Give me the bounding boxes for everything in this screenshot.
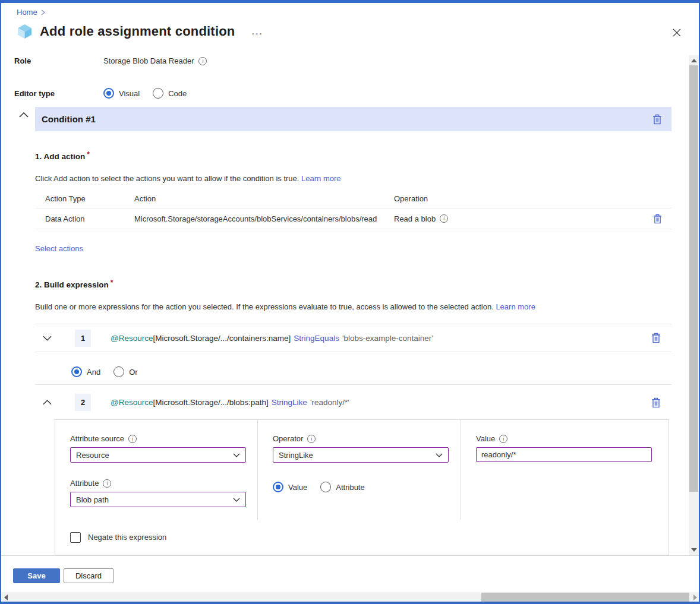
build-expression-description: Build one or more expressions for the ac… [35, 302, 535, 311]
expression-row-1: 1 @Resource[Microsoft.Storage/.../contai… [35, 324, 671, 352]
expression-operator: StringLike [272, 398, 307, 407]
radio-label: Or [129, 368, 137, 377]
editor-type-visual-radio[interactable]: Visual [103, 88, 140, 99]
condition-collapse-chevron-up-icon[interactable] [19, 110, 29, 119]
logic-operator-row: And Or [35, 359, 671, 385]
build-expression-heading: 2. Build expression* [35, 280, 113, 289]
expression-value: 'readonly/*' [310, 398, 349, 407]
chevron-down-icon [233, 498, 240, 502]
operation-cell: Read a blob [394, 214, 436, 223]
operator-dropdown[interactable]: StringLike [273, 447, 449, 463]
attribute-source-info-icon[interactable] [128, 435, 137, 443]
radio-label: Value [288, 483, 307, 492]
expression-row-2: 2 @Resource[Microsoft.Storage/.../blobs:… [35, 388, 671, 416]
add-action-heading: 1. Add action* [35, 152, 90, 161]
operator-mode-value-radio[interactable]: Value [273, 482, 307, 492]
attribute-label: Attribute [70, 479, 99, 488]
footer-bar: Save Discard [1, 555, 699, 602]
action-type-cell: Data Action [45, 214, 134, 223]
delete-expression-1-trash-icon[interactable] [650, 331, 662, 344]
add-action-learn-more-link[interactable]: Learn more [301, 174, 340, 183]
more-options-button[interactable]: ... [252, 26, 263, 37]
expression-1-summary: @Resource[Microsoft.Storage/.../containe… [111, 334, 433, 343]
editor-type-radio-group: Visual Code [103, 88, 187, 99]
discard-button[interactable]: Discard [64, 568, 113, 583]
add-role-assignment-condition-page: Home Add role assignment condition ... R… [0, 0, 700, 604]
col-header-action: Action [134, 194, 394, 203]
required-marker: * [111, 279, 113, 287]
vertical-scrollbar[interactable] [689, 55, 699, 555]
radio-label: Visual [119, 89, 140, 98]
expression-value: 'blobs-example-container' [342, 334, 433, 343]
build-expression-learn-more-link[interactable]: Learn more [496, 302, 535, 311]
role-row: Role Storage Blob Data Reader [14, 56, 207, 65]
expression-1-index-badge: 1 [75, 330, 91, 347]
breadcrumb: Home [17, 8, 46, 17]
action-cell: Microsoft.Storage/storageAccounts/blobSe… [134, 214, 394, 223]
expression-1-expand-chevron-down-icon[interactable] [42, 334, 53, 342]
dropdown-value: Resource [76, 451, 109, 460]
radio-label: And [87, 368, 100, 377]
scroll-right-arrow-icon[interactable] [693, 594, 697, 600]
expression-source: @Resource [111, 398, 153, 407]
logic-and-radio[interactable]: And [71, 366, 100, 377]
editor-type-label: Editor type [14, 89, 103, 98]
value-input[interactable] [476, 447, 652, 462]
breadcrumb-chevron-right-icon [41, 10, 46, 15]
expression-operator: StringEquals [294, 334, 339, 343]
scroll-left-arrow-icon[interactable] [4, 594, 8, 600]
select-actions-link[interactable]: Select actions [35, 244, 83, 253]
breadcrumb-home-link[interactable]: Home [17, 8, 37, 17]
dropdown-value: Blob path [76, 495, 109, 504]
operator-info-icon[interactable] [307, 435, 316, 443]
expression-source: @Resource [111, 334, 153, 343]
chevron-down-icon [233, 453, 240, 457]
condition-header[interactable]: Condition #1 [35, 107, 671, 131]
expression-2-summary: @Resource[Microsoft.Storage/.../blobs:pa… [111, 398, 349, 407]
horizontal-scrollbar[interactable] [1, 592, 699, 602]
delete-action-trash-icon[interactable] [652, 213, 663, 225]
role-value: Storage Blob Data Reader [103, 56, 194, 65]
resource-cube-icon [17, 23, 33, 39]
attribute-source-label: Attribute source [70, 434, 124, 443]
action-table-header: Action Type Action Operation [35, 189, 671, 208]
expression-path: [Microsoft.Storage/.../containers:name] [153, 334, 291, 343]
radio-selected-icon [71, 366, 82, 377]
action-table: Action Type Action Operation Data Action… [35, 189, 671, 229]
negate-expression-checkbox[interactable] [70, 532, 81, 543]
value-info-icon[interactable] [499, 435, 507, 443]
radio-label: Code [168, 89, 187, 98]
role-info-icon[interactable] [198, 57, 207, 65]
editor-type-code-radio[interactable]: Code [153, 88, 187, 99]
expression-editor-panel: Attribute source Resource Attribute Blob… [55, 419, 669, 520]
attribute-source-dropdown[interactable]: Resource [70, 447, 246, 463]
radio-selected-icon [273, 482, 283, 492]
add-action-description: Click Add action to select the actions y… [35, 174, 341, 183]
value-label: Value [476, 434, 495, 443]
expression-2-collapse-chevron-up-icon[interactable] [42, 399, 53, 406]
operator-mode-attribute-radio[interactable]: Attribute [320, 482, 364, 492]
radio-unselected-icon [113, 366, 124, 377]
role-label: Role [14, 56, 103, 65]
expression-2-index-badge: 2 [75, 394, 91, 411]
attribute-dropdown[interactable]: Blob path [70, 492, 246, 507]
scroll-up-arrow-icon[interactable] [691, 59, 697, 62]
radio-unselected-icon [153, 88, 163, 99]
page-header: Add role assignment condition ... [17, 23, 263, 39]
dropdown-value: StringLike [279, 451, 313, 460]
editor-type-row: Editor type Visual Code [14, 88, 187, 99]
delete-condition-trash-icon[interactable] [651, 113, 663, 126]
horizontal-scrollbar-thumb[interactable] [481, 593, 689, 602]
scroll-down-arrow-icon[interactable] [691, 548, 697, 552]
close-icon[interactable] [670, 27, 683, 40]
expression-path: [Microsoft.Storage/.../blobs:path] [153, 398, 268, 407]
operation-info-icon[interactable] [440, 214, 448, 223]
vertical-scrollbar-thumb[interactable] [689, 65, 698, 492]
attribute-info-icon[interactable] [103, 479, 111, 488]
save-button[interactable]: Save [13, 568, 60, 583]
delete-expression-2-trash-icon[interactable] [650, 396, 662, 409]
col-header-operation: Operation [394, 194, 671, 203]
negate-expression-label: Negate this expression [88, 533, 166, 542]
page-title: Add role assignment condition [40, 24, 235, 39]
logic-or-radio[interactable]: Or [113, 366, 137, 377]
